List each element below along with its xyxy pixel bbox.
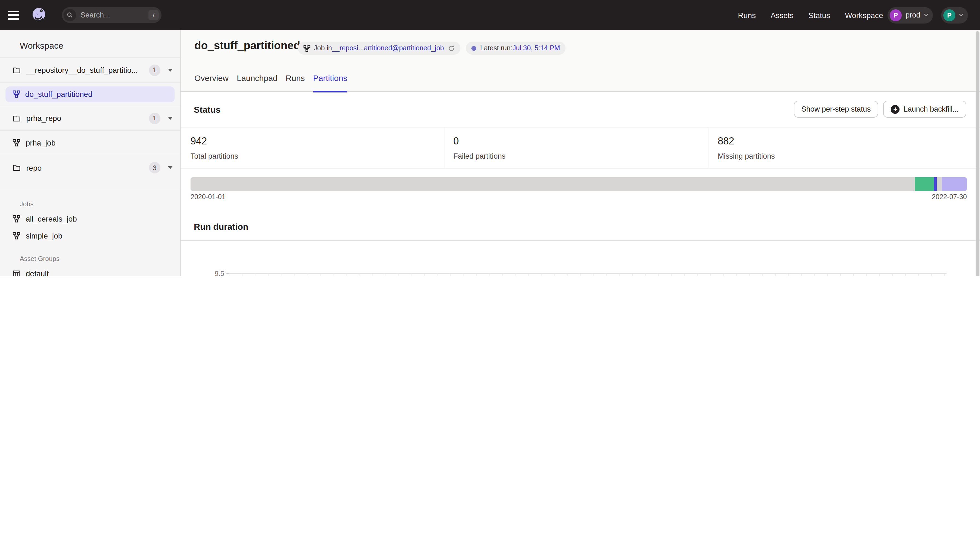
search-shortcut-badge: / (148, 10, 159, 20)
status-actions: Show per-step status + Launch backfill..… (794, 101, 966, 117)
sidebar-item-label: repo (26, 163, 41, 172)
launch-backfill-button[interactable]: + Launch backfill... (883, 101, 966, 117)
user-menu[interactable]: P (941, 7, 968, 23)
deployment-avatar: P (890, 9, 902, 21)
main-content: do_stuff_partitioned Job in __reposi...a… (181, 30, 980, 276)
job-origin-chip: Job in __reposi...artitioned@partitioned… (298, 41, 460, 55)
asset-groups-section-header: Asset Groups (0, 244, 180, 265)
item-count-badge: 1 (149, 113, 161, 124)
latest-run-link[interactable]: Jul 30, 5:14 PM (512, 44, 560, 52)
stat-value: 0 (453, 136, 708, 147)
caret-down-icon[interactable] (168, 166, 172, 169)
sidebar-item-label: prha_job (26, 138, 56, 147)
tab-launchpad[interactable]: Launchpad (237, 73, 278, 92)
deployment-name: prod (905, 11, 920, 19)
page-scrollbar[interactable] (975, 31, 980, 276)
search-placeholder: Search... (81, 11, 148, 19)
refresh-icon[interactable] (448, 44, 455, 52)
run-duration-heading: Run duration (194, 222, 248, 232)
sidebar-item-repository-do-stuff[interactable]: __repository__do_stuff_partitio... 1 (0, 58, 180, 82)
stat-total-partitions: 942 Total partitions (181, 127, 445, 168)
folder-icon (13, 114, 21, 122)
sidebar-row: do_stuff_partitioned (0, 82, 180, 106)
sidebar-item-do-stuff-partitioned-selected[interactable]: do_stuff_partitioned (5, 86, 175, 102)
nav-link-assets[interactable]: Assets (771, 11, 794, 19)
stat-value: 882 (718, 136, 980, 147)
folder-icon (13, 66, 21, 74)
search-icon (64, 9, 76, 21)
asset-group-icon (13, 270, 20, 276)
workspace-sidebar: Workspace __repository__do_stuff_partiti… (0, 30, 181, 276)
deployment-switcher[interactable]: P prod (888, 7, 933, 23)
plus-icon: + (891, 105, 900, 114)
tab-runs[interactable]: Runs (286, 73, 305, 92)
sidebar-item-default-group[interactable]: default (0, 265, 180, 276)
page-title: do_stuff_partitioned (194, 40, 300, 52)
partition-status-bar[interactable] (191, 177, 967, 191)
search-input[interactable]: Search... / (62, 7, 162, 23)
stat-label: Failed partitions (453, 152, 708, 160)
job-icon (13, 139, 20, 147)
job-icon (13, 232, 20, 240)
latest-run-label: Latest run: (480, 44, 512, 52)
partition-range-start: 2020-01-01 (191, 193, 226, 201)
sidebar-item-label: default (26, 269, 49, 276)
job-origin-prefix: Job in (314, 44, 332, 52)
chevron-down-icon (958, 12, 964, 18)
sidebar-item-prha-job[interactable]: prha_job (0, 131, 180, 155)
job-icon (13, 90, 20, 98)
sidebar-item-label: all_cereals_job (26, 214, 77, 223)
job-tabs: Overview Launchpad Runs Partitions (194, 73, 347, 92)
run-status-dot-icon (471, 46, 476, 51)
status-heading: Status (194, 105, 221, 115)
partition-stats: 942 Total partitions 0 Failed partitions… (181, 127, 980, 168)
sidebar-item-label: do_stuff_partitioned (25, 90, 92, 98)
chevron-down-icon (923, 12, 929, 18)
caret-down-icon[interactable] (168, 117, 172, 119)
sidebar-item-label: prha_repo (26, 114, 61, 122)
sidebar-item-simple-job[interactable]: simple_job (0, 227, 180, 244)
job-icon (303, 44, 310, 52)
user-avatar: P (943, 9, 955, 21)
nav-link-workspace[interactable]: Workspace (845, 11, 883, 19)
nav-links: Runs Assets Status Workspace (738, 11, 883, 19)
sidebar-item-all-cereals-job[interactable]: all_cereals_job (0, 210, 180, 227)
nav-link-status[interactable]: Status (808, 11, 830, 19)
sidebar-title: Workspace (0, 30, 180, 57)
item-count-badge: 1 (149, 64, 161, 76)
sidebar-item-repo[interactable]: repo 3 (0, 155, 180, 180)
job-origin-link[interactable]: __reposi...artitioned@partitioned_job (332, 44, 444, 52)
caret-down-icon[interactable] (168, 69, 172, 71)
sidebar-item-label: simple_job (26, 231, 62, 240)
jobs-section-header: Jobs (0, 189, 180, 210)
hamburger-menu-icon[interactable] (8, 11, 19, 19)
top-nav: Search... / Runs Assets Status Workspace… (0, 0, 980, 30)
nav-link-runs[interactable]: Runs (738, 11, 756, 19)
stat-missing-partitions: 882 Missing partitions (708, 127, 980, 168)
stat-failed-partitions: 0 Failed partitions (445, 127, 708, 168)
run-duration-chart: 5.56.06.57.07.58.08.59.09.52020-01-01202… (181, 241, 980, 276)
show-per-step-status-button[interactable]: Show per-step status (794, 101, 878, 117)
svg-text:9.5: 9.5 (215, 270, 224, 276)
sidebar-item-prha-repo[interactable]: prha_repo 1 (0, 106, 180, 131)
tab-overview[interactable]: Overview (194, 73, 229, 92)
stat-label: Missing partitions (718, 152, 980, 160)
latest-run-chip: Latest run: Jul 30, 5:14 PM (466, 41, 566, 55)
sidebar-item-label: __repository__do_stuff_partitio... (26, 66, 138, 75)
stat-value: 942 (191, 136, 445, 147)
folder-icon (13, 163, 21, 172)
job-icon (13, 215, 20, 222)
partition-range-end: 2022-07-30 (932, 193, 967, 201)
item-count-badge: 3 (149, 162, 161, 173)
tab-partitions[interactable]: Partitions (313, 73, 347, 92)
dagster-logo-icon[interactable] (30, 6, 48, 24)
app-window: Search... / Runs Assets Status Workspace… (0, 0, 980, 276)
stat-label: Total partitions (191, 152, 445, 160)
partition-bar-range: 2020-01-01 2022-07-30 (191, 193, 967, 201)
